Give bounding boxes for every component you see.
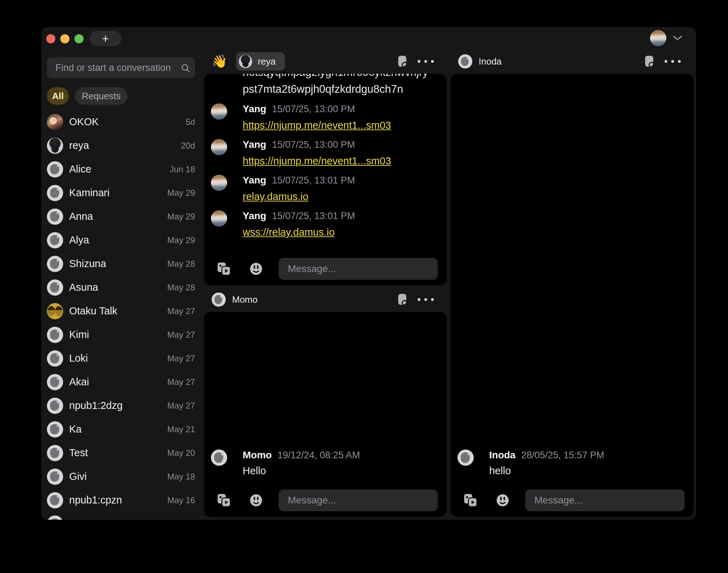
more-options-button[interactable] [665,60,681,63]
conversation-avatar [47,421,63,438]
chat-peer-name: Momo [232,294,257,305]
message-link[interactable]: https://njump.me/nevent1...sm03 [243,120,391,131]
conversation-name: npub1:cpzn [69,494,167,506]
emoji-picker-button[interactable] [249,493,263,507]
more-options-button[interactable] [418,60,434,63]
conversation-list-item[interactable]: Akai May 27 [47,370,195,394]
note-button[interactable] [398,293,408,306]
conversation-list-item[interactable]: Alya May 29 [47,228,195,252]
conversation-avatar [47,398,63,414]
conversation-avatar [47,232,63,248]
media-picker-button[interactable] [217,493,231,508]
conversation-list-item[interactable]: Anna May 29 [47,205,195,228]
message-avatar[interactable] [211,175,227,191]
conversation-name: Kaminari [69,187,167,199]
chat-peer[interactable]: Momo [212,292,257,307]
chat-peer[interactable]: Inoda [458,54,502,68]
message-link[interactable]: wss://relay.damus.io [243,227,335,238]
conversation-list-item[interactable]: Kimi May 27 [47,323,195,346]
peer-avatar [212,292,226,307]
conversation-avatar [47,209,63,225]
conversation-list-item[interactable]: npub1:2dzg May 27 [47,394,195,417]
conversation-list-item[interactable]: Givi May 18 [47,465,195,488]
note-icon [645,55,655,68]
message-author: Inoda [489,450,516,461]
conversation-list-item[interactable]: reya 20d [47,134,195,157]
conversation-name: Otaku Talk [69,305,167,317]
emoji-picker-button[interactable] [249,262,263,276]
message: Yang 15/07/25, 13:00 PM https://njump.me… [211,139,438,167]
conversation-list-item[interactable]: Ka May 21 [47,417,195,441]
conversation-avatar [47,279,63,296]
message: Inoda 28/05/25, 15:57 PM hello [457,450,685,477]
conversation-list-item[interactable]: Loki May 27 [47,346,195,370]
conversation-list-item[interactable]: Kaminari May 29 [47,181,195,205]
message-avatar[interactable] [211,139,227,155]
message-card: Momo 19/12/24, 08:25 AM Hello [204,312,447,517]
chat-peer-pill[interactable]: reya [236,52,285,71]
note-button[interactable] [398,55,408,68]
conversation-date: May 21 [167,424,195,434]
chat-peer-name: Inoda [479,56,502,67]
conversation-date: May 29 [167,235,195,245]
chat-peer-name: reya [258,56,276,67]
conversation-date: May 28 [167,283,195,292]
conversation-avatar [47,303,63,319]
filter-all-chip[interactable]: All [47,87,69,105]
message-author: Momo [243,450,272,461]
message: Yang 15/07/25, 13:01 PM relay.damus.io [211,175,438,203]
more-options-button[interactable] [418,298,434,301]
message-list: Inoda 28/05/25, 15:57 PM hello [450,442,694,484]
conversation-name: Shizuna [69,258,167,270]
message-input[interactable] [279,489,438,511]
conversation-sidebar: All Requests OKOK 5d reya 20d Alice Jun … [47,27,195,520]
message-avatar[interactable] [457,450,474,466]
conversation-list-item[interactable]: Asuna May 28 [47,276,195,299]
conversation-avatar [47,492,63,508]
conversation-avatar [47,161,63,177]
chat-panel-reya: 👋 reya notsqyqtmpag2lygn1mro0oykznwvnjry… [204,49,447,285]
profile-avatar[interactable] [650,30,666,46]
chevron-down-icon[interactable] [673,35,682,41]
chat-header-reya: 👋 reya [204,49,447,73]
media-picker-icon [217,493,231,508]
media-picker-button[interactable] [217,261,231,276]
search-input[interactable] [47,57,195,78]
emoji-picker-icon [249,262,263,276]
conversation-list-item[interactable]: Shizuna May 28 [47,252,195,276]
conversation-date: May 29 [167,212,195,222]
conversation-name: Test [69,447,167,459]
conversation-list-item[interactable]: Test May 20 [47,441,195,465]
conversation-name: Ka [69,423,167,435]
message: Yang 15/07/25, 13:00 PM https://njump.me… [211,103,438,131]
conversation-list-item[interactable]: OKOK 5d [47,110,195,134]
message-list: Momo 19/12/24, 08:25 AM Hello [204,442,447,484]
filter-requests-chip[interactable]: Requests [75,87,128,105]
conversation-list-item[interactable]: Otaku Talk May 27 [47,299,195,323]
message-input[interactable] [279,258,438,280]
conversation-date: Jun 18 [170,164,195,174]
conversation-name: Akai [69,376,167,388]
conversation-name: reya [69,140,181,151]
peer-avatar [458,54,472,68]
message-link[interactable]: relay.damus.io [243,191,308,203]
message-card: notsqyqtmpag2lygn1mro0oykznwvnjry pst7mt… [204,74,447,285]
message-author: Yang [243,210,266,222]
media-picker-button[interactable] [463,493,478,508]
message-avatar[interactable] [211,210,227,227]
message-avatar[interactable] [211,450,227,466]
filter-chips: All Requests [47,87,128,105]
message-text: Hello [243,465,360,477]
conversation-list-item[interactable]: npub1:cpzn May 16 [47,488,195,512]
emoji-picker-button[interactable] [496,493,510,507]
message: Momo 19/12/24, 08:25 AM Hello [211,450,438,477]
profile-menu[interactable] [650,30,682,46]
conversation-date: May 27 [167,330,195,340]
message-avatar[interactable] [211,103,227,120]
note-button[interactable] [645,55,655,68]
conversation-list-item[interactable]: Alice Jun 18 [47,157,195,181]
conversation-name: OKOK [69,116,186,128]
message-link[interactable]: https://njump.me/nevent1...sm03 [243,155,391,167]
conversation-date: May 16 [167,495,195,505]
message-input[interactable] [525,489,685,511]
